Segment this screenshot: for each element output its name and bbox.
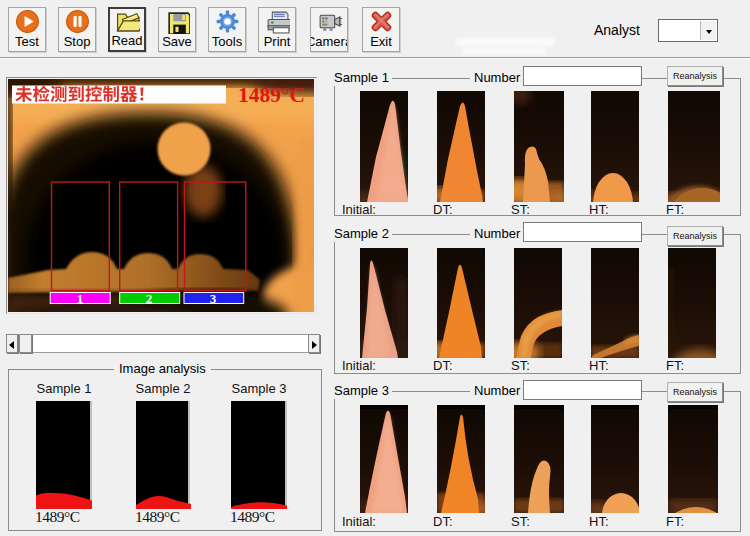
svg-text:3: 3 (210, 291, 217, 306)
svg-text:1: 1 (77, 291, 84, 306)
svg-text:2: 2 (146, 291, 153, 306)
svg-text:1489°C: 1489°C (238, 83, 305, 107)
